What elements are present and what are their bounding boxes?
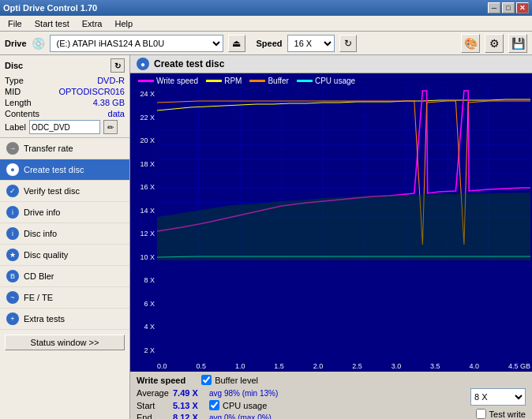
x-label-05: 0.5: [196, 362, 206, 370]
write-speed-select-row: 8 X: [470, 388, 526, 406]
save-button[interactable]: 💾: [508, 34, 527, 53]
legend-write-speed-color: [138, 80, 154, 82]
disc-length-label: Length: [5, 98, 32, 107]
menu-extra[interactable]: Extra: [77, 17, 107, 30]
buffer-level-label: Buffer level: [215, 376, 258, 385]
sidebar-item-verify-test-disc[interactable]: ✓ Verify test disc: [0, 181, 129, 202]
sidebar-item-cd-bler[interactable]: B CD Bler: [0, 266, 129, 287]
legend-write-speed: Write speed: [138, 77, 198, 85]
sidebar-item-create-test-disc[interactable]: ● Create test disc: [0, 159, 129, 181]
chart-legend: Write speed RPM Buffer CPU usage: [132, 75, 530, 87]
stats-row: Average 7.49 X avg 98% (min 13%) Start 5…: [137, 388, 526, 419]
status-window-button[interactable]: Status window >>: [5, 335, 125, 350]
disc-contents-row: Contents data: [5, 109, 125, 118]
main-container: Disc ↻ Type DVD-R MID OPTODISCR016 Lengt…: [0, 55, 532, 419]
drive-label: Drive: [5, 39, 27, 48]
y-label-16x: 16 X: [132, 183, 157, 191]
y-label-14x: 14 X: [132, 207, 157, 215]
verify-test-disc-icon: ✓: [6, 185, 19, 197]
legend-write-speed-label: Write speed: [156, 77, 198, 85]
minimize-button[interactable]: ─: [488, 2, 500, 13]
disc-info-icon: i: [6, 227, 19, 240]
disc-label-edit-button[interactable]: ✏: [103, 120, 118, 134]
x-label-10: 1.0: [235, 362, 245, 370]
legend-buffer-color: [249, 80, 265, 82]
sidebar-item-disc-quality[interactable]: ★ Disc quality: [0, 245, 129, 266]
x-axis: 0.0 0.5 1.0 1.5 2.0 2.5 3.0 3.5 4.0 4.5 …: [157, 362, 530, 370]
legend-cpu-color: [297, 80, 313, 82]
cpu-usage-checkbox[interactable]: [209, 400, 219, 410]
legend-cpu-label: CPU usage: [315, 77, 355, 85]
panel-header-icon: ●: [137, 58, 149, 70]
disc-info-label: Disc info: [24, 229, 57, 238]
transfer-rate-label: Transfer rate: [24, 144, 73, 153]
buffer-level-row: Buffer level: [201, 375, 258, 385]
drive-select[interactable]: (E:) ATAPI iHAS124 A BL0U: [50, 35, 223, 52]
extra-tests-icon: +: [6, 312, 19, 325]
transfer-rate-icon: →: [6, 142, 19, 155]
extra-tests-label: Extra tests: [24, 314, 65, 324]
disc-label-key: Label: [5, 122, 26, 132]
color-button[interactable]: 🎨: [461, 34, 480, 53]
menu-start-test[interactable]: Start test: [30, 17, 74, 30]
sidebar: Disc ↻ Type DVD-R MID OPTODISCR016 Lengt…: [0, 55, 130, 419]
end-extra: avg 0% (max 0%): [209, 413, 272, 420]
x-label-35: 3.5: [430, 362, 440, 370]
disc-quality-icon: ★: [6, 249, 19, 261]
disc-length-value: 4.38 GB: [93, 98, 125, 107]
y-label-18x: 18 X: [132, 160, 157, 168]
refresh-button[interactable]: ↻: [339, 35, 357, 52]
sidebar-item-transfer-rate[interactable]: → Transfer rate: [0, 138, 129, 159]
sidebar-item-drive-info[interactable]: i Drive info: [0, 202, 129, 223]
title-text: Opti Drive Control 1.70: [3, 3, 488, 13]
right-controls: 8 X Test write Start: [470, 388, 526, 419]
drive-icon: 💿: [32, 37, 45, 50]
panel-header: ● Create test disc: [130, 55, 532, 73]
test-write-checkbox[interactable]: [476, 409, 486, 419]
drive-info-label: Drive info: [24, 208, 60, 217]
eject-button[interactable]: ⏏: [228, 35, 245, 52]
x-label-20: 2.0: [313, 362, 324, 370]
average-label: Average: [137, 388, 168, 398]
close-button[interactable]: ✕: [516, 2, 529, 13]
y-axis: 24 X 22 X 20 X 18 X 16 X 14 X 12 X 10 X …: [132, 87, 157, 357]
disc-contents-label: Contents: [5, 109, 39, 118]
legend-rpm-label: RPM: [224, 77, 242, 85]
sidebar-item-fe-te[interactable]: ~ FE / TE: [0, 287, 129, 309]
write-speed-select[interactable]: 8 X: [470, 388, 526, 406]
x-label-45: 4.5 GB: [508, 362, 530, 370]
sidebar-item-disc-info[interactable]: i Disc info: [0, 223, 129, 245]
y-label-12x: 12 X: [132, 230, 157, 238]
write-speed-label: Write speed: [137, 376, 185, 385]
buffer-level-checkbox[interactable]: [201, 375, 212, 385]
disc-quality-label: Disc quality: [24, 250, 68, 260]
panel-title: Create test disc: [154, 58, 224, 69]
y-label-24x: 24 X: [132, 90, 157, 98]
legend-buffer-label: Buffer: [268, 77, 289, 85]
x-label-40: 4.0: [470, 362, 480, 370]
speed-select[interactable]: 16 X: [287, 35, 335, 52]
y-label-10x: 10 X: [132, 253, 157, 261]
y-label-6x: 6 X: [132, 300, 157, 308]
sidebar-item-extra-tests[interactable]: + Extra tests: [0, 309, 129, 330]
disc-title: Disc: [5, 61, 23, 70]
fe-te-label: FE / TE: [24, 293, 53, 302]
y-label-22x: 22 X: [132, 114, 157, 122]
y-label-20x: 20 X: [132, 137, 157, 144]
menu-bar: File Start test Extra Help: [0, 16, 532, 32]
disc-type-label: Type: [5, 76, 24, 85]
maximize-button[interactable]: □: [502, 2, 515, 13]
settings-button[interactable]: ⚙: [485, 34, 504, 53]
menu-help[interactable]: Help: [110, 17, 137, 30]
average-value: 7.49 X: [173, 388, 204, 398]
speed-label: Speed: [257, 39, 283, 48]
disc-label-input[interactable]: [29, 120, 100, 134]
menu-file[interactable]: File: [3, 17, 27, 30]
disc-section: Disc ↻ Type DVD-R MID OPTODISCR016 Lengt…: [0, 55, 129, 138]
cpu-usage-row: CPU usage: [209, 400, 267, 410]
stats-column: Average 7.49 X avg 98% (min 13%) Start 5…: [137, 388, 278, 419]
disc-type-value: DVD-R: [97, 76, 125, 85]
cd-bler-icon: B: [6, 270, 19, 282]
average-extra: avg 98% (min 13%): [209, 389, 278, 398]
disc-refresh-button[interactable]: ↻: [111, 58, 125, 73]
